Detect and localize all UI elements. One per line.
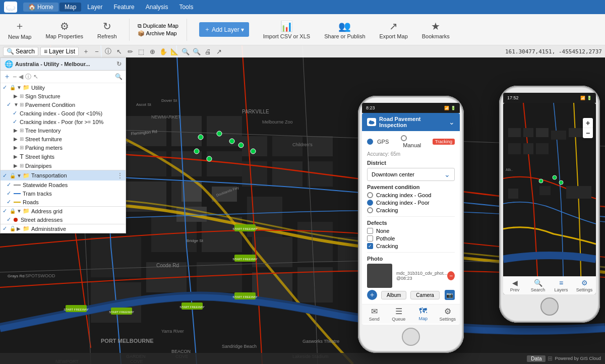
add-layer-icon[interactable]: ＋: [4, 72, 11, 81]
pavement-option-3[interactable]: Cracking: [367, 207, 455, 213]
zoom-in-tool[interactable]: 🔍: [180, 46, 191, 56]
layer-street-furniture[interactable]: ✓ ▶ ⊞ Street furniture: [1, 135, 126, 143]
layer-tram-tracks[interactable]: ✓ Tram tracks: [1, 189, 126, 198]
phone1-chevron-icon[interactable]: ⌄: [449, 118, 455, 126]
zoom-tool[interactable]: ⊕: [147, 46, 157, 56]
zoom-out-button[interactable]: −: [583, 128, 593, 138]
phone2-nav-search[interactable]: 🔍 Search: [526, 277, 550, 294]
info-tool[interactable]: ⓘ: [103, 46, 113, 56]
defect-cracking-check[interactable]: ✓: [367, 243, 373, 249]
cursor-tool[interactable]: ↖: [114, 46, 124, 56]
more-icon[interactable]: ⋮: [116, 171, 124, 179]
layer-street-lights[interactable]: ✓ ▶ T Street lights: [1, 152, 126, 161]
search-box[interactable]: 🔍 Search: [3, 47, 38, 56]
pavement-option-2[interactable]: Cracking index - Poor: [367, 200, 455, 206]
zoom-out-tool[interactable]: 🔍: [192, 46, 202, 56]
pavement-radio-2[interactable]: [367, 200, 373, 206]
gps-radio[interactable]: [367, 139, 373, 145]
expand-icon[interactable]: ▶: [17, 226, 22, 231]
expand-icon[interactable]: ▶: [14, 154, 19, 159]
globe-reload-icon[interactable]: ↻: [116, 60, 122, 68]
app-logo[interactable]: [4, 2, 17, 13]
search-layer-icon[interactable]: 🔍: [115, 73, 123, 80]
map-properties-button[interactable]: ⚙ Map Properties: [41, 18, 87, 41]
layer-administrative[interactable]: ✓ 🔓 ▶ 📁 Administrative: [1, 224, 126, 233]
add-layer-inner-button[interactable]: ＋ Add Layer ▾: [199, 22, 249, 37]
pointer-icon[interactable]: ↖: [33, 73, 38, 80]
archive-map-button[interactable]: 📦 Archive Map: [138, 30, 178, 37]
nav-map[interactable]: Map: [59, 3, 81, 12]
layer-sign-structure[interactable]: ✓ ▶ ⊞ Sign Structure: [1, 92, 126, 100]
nav-send[interactable]: ✉ Send: [362, 305, 387, 324]
add-photo-button[interactable]: ＋: [367, 290, 377, 300]
defect-none[interactable]: None: [367, 228, 455, 234]
layer-pavement-condition[interactable]: ✓ ▼ ⊞ Pavement Condition: [1, 100, 126, 109]
district-input[interactable]: Downtown center ⌄: [367, 168, 455, 181]
refresh-button[interactable]: ↻ Refresh: [93, 18, 121, 41]
defect-cracking[interactable]: ✓ Cracking: [367, 243, 455, 249]
nav-home[interactable]: 🏠 Home: [23, 3, 58, 12]
share-button[interactable]: 👥 Share or Publish: [320, 18, 369, 41]
export-map-button[interactable]: ↗ Export Map: [376, 18, 412, 41]
camera-button[interactable]: Camera: [410, 291, 440, 299]
add-layer-tool[interactable]: ＋: [81, 46, 91, 56]
nav-map[interactable]: 🗺 Map: [411, 305, 436, 324]
expand-icon[interactable]: ▼: [17, 173, 22, 178]
nav-feature[interactable]: Feature: [108, 3, 139, 12]
phone2-nav-layers[interactable]: ≡ Layers: [550, 277, 573, 294]
phone2-nav-prev[interactable]: ◀ Prev: [503, 277, 526, 294]
share-tool[interactable]: ↗: [214, 46, 224, 56]
expand-icon[interactable]: ▼: [17, 85, 22, 90]
layer-address-grid[interactable]: ✓ 🔒 ▼ 📁 Address grid: [1, 206, 126, 215]
minus-tool[interactable]: −: [92, 46, 102, 56]
layer-parking-meters[interactable]: ✓ ▶ ⊞ Parking meters: [1, 143, 126, 152]
phone1-home-button[interactable]: [402, 328, 420, 346]
layer-list-button[interactable]: ≡ Layer List: [40, 47, 79, 56]
data-tab[interactable]: Data: [527, 355, 546, 362]
photo-delete-button[interactable]: −: [447, 271, 455, 280]
layer-drainpipes[interactable]: ✓ ▶ ⊞ Drainpipes: [1, 161, 126, 170]
nav-layer[interactable]: Layer: [82, 3, 107, 12]
phone2-home-button[interactable]: [540, 297, 559, 316]
layer-tree-inventory[interactable]: ✓ ▶ ⊞ Tree Inventory: [1, 126, 126, 135]
select-tool[interactable]: ⬚: [136, 46, 146, 56]
pan-tool[interactable]: ✋: [158, 46, 168, 56]
import-csv-button[interactable]: 📊 Import CSV or XLS: [259, 18, 315, 41]
layer-roads[interactable]: ✓ Roads: [1, 198, 126, 206]
expand-icon[interactable]: ▼: [17, 208, 22, 214]
remove-layer-icon[interactable]: −: [13, 73, 17, 81]
expand-icon[interactable]: ▶: [14, 128, 19, 133]
print-tool[interactable]: 🖨: [203, 46, 213, 56]
add-layer-button[interactable]: ＋ Add Layer ▾: [195, 20, 253, 39]
new-map-button[interactable]: ＋ New Map: [4, 17, 35, 42]
camera-icon[interactable]: 📷: [445, 290, 455, 300]
nav-analysis[interactable]: Analysis: [141, 3, 173, 12]
draw-tool[interactable]: ✏: [125, 46, 135, 56]
expand-icon[interactable]: ▶: [14, 145, 19, 150]
expand-icon[interactable]: ▶: [14, 163, 19, 168]
manual-radio[interactable]: [401, 135, 407, 141]
measure-tool[interactable]: 📐: [169, 46, 179, 56]
bookmarks-button[interactable]: ★ Bookmarks: [418, 18, 454, 41]
nav-tools[interactable]: Tools: [174, 3, 198, 12]
layer-utility[interactable]: ✓ 🔒 ▼ 📁 Utility: [1, 83, 126, 92]
layer-transportation[interactable]: ✓ 🔓 ▼ 📁 Transportation ⋮: [1, 170, 126, 180]
arrow-up-icon[interactable]: ◀: [19, 73, 23, 80]
expand-icon[interactable]: ▶: [14, 93, 19, 99]
defect-pothole[interactable]: Pothole: [367, 235, 455, 241]
album-button[interactable]: Album: [381, 291, 406, 299]
pavement-option-1[interactable]: Cracking index - Good: [367, 192, 455, 198]
nav-settings[interactable]: ⚙ Settings: [436, 305, 460, 324]
defect-none-check[interactable]: [367, 228, 373, 234]
layer-street-addresses[interactable]: ✓ Street addresses: [1, 215, 126, 224]
pavement-radio-3[interactable]: [367, 207, 373, 213]
layer-statewide-roads[interactable]: ✓ Statewide Roades: [1, 180, 126, 189]
expand-icon[interactable]: ▶: [14, 136, 19, 142]
map-area[interactable]: START FREEWAY START FREEWAY START FREEWA…: [0, 45, 605, 364]
pavement-radio-1[interactable]: [367, 192, 373, 198]
nav-queue[interactable]: ☰ Queue: [387, 305, 411, 324]
zoom-in-button[interactable]: +: [583, 118, 593, 128]
phone2-nav-settings[interactable]: ⚙ Settings: [573, 277, 596, 294]
phone-2-screen[interactable]: Righton St Alb.. + − ◀ Prev 🔍 Sear: [503, 103, 596, 294]
expand-icon[interactable]: ▼: [14, 102, 19, 107]
